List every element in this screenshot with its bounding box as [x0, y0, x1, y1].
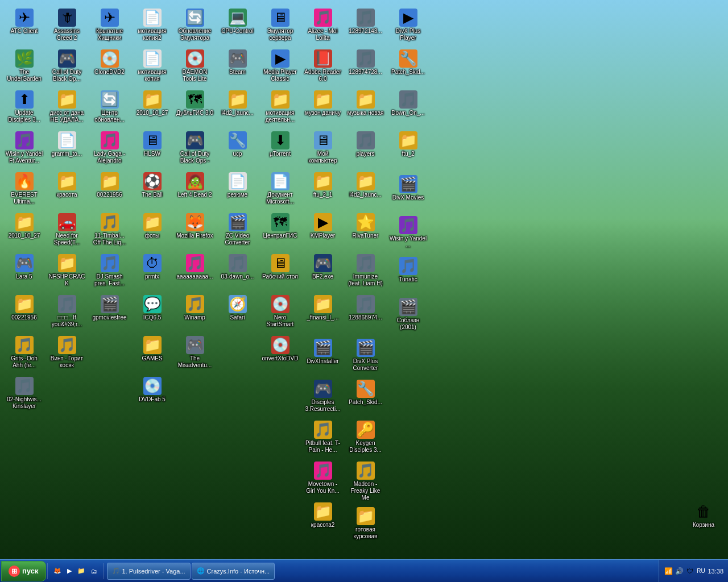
desktop-icon-59[interactable]: 📄Документ Microsoft... [260, 170, 300, 210]
desktop-icon-84[interactable]: 🎵128868974... [346, 293, 386, 332]
desktop-icon-64[interactable]: 🎵Alizee - Moi Lolita [303, 6, 343, 46]
start-button[interactable]: ⊞ пуск [1, 561, 46, 581]
desktop-icon-30[interactable]: 📁2010_10_27 [133, 88, 172, 128]
desktop-icon-88[interactable]: 🎵Madcon - Freaky Like Me [346, 459, 386, 504]
desktop-icon-74[interactable]: 🎵Pitbull feat. T-Pain - He... [303, 418, 343, 458]
desktop-icon-6[interactable]: 📁2010_10_27 [5, 211, 44, 251]
desktop-icon-54[interactable]: 🧭Safari [218, 293, 258, 332]
desktop-icon-87[interactable]: 🔑Keygen Disciples 3... [346, 418, 386, 458]
desktop-icon-42[interactable]: 🧟Left 4 Dead 2 [175, 170, 215, 210]
recycle-bin[interactable]: 🗑 Корзина [690, 500, 717, 531]
desktop-icon-40[interactable]: 🗺ДубльГИС 3.0 [175, 88, 215, 128]
desktop-icon-21[interactable]: 💿CloneDVD2 [90, 47, 130, 87]
desktop-icon-3[interactable]: ⬆Update Disciples 3... [5, 88, 44, 128]
desktop-icon-92[interactable]: 🎵Down_On_... [388, 88, 428, 128]
desktop-icon-58[interactable]: ⬇µTorrent [260, 129, 300, 169]
desktop-icon-22[interactable]: 🔄Центр обновлен... [90, 88, 130, 128]
clock[interactable]: 13:38 [708, 568, 723, 575]
desktop-icon-28[interactable]: 📄мотивация копия2 [133, 6, 172, 46]
desktop-icon-19[interactable]: 🎵Винт - Горит косяк [47, 334, 87, 373]
desktop-icon-41[interactable]: 🎮Call of Duty Black Ops - [175, 129, 215, 169]
desktop-icon-90[interactable]: ▶DivX Plus Player [388, 6, 428, 46]
desktop-icon-89[interactable]: 📁готовая курсовая [346, 505, 386, 544]
desktop-icon-72[interactable]: 🎬DivXInstaller [303, 336, 343, 376]
desktop-icon-51[interactable]: 📄резюме [218, 170, 258, 210]
quick-launch-media[interactable]: ▶ [65, 563, 74, 580]
desktop-icon-97[interactable]: 🎬Соблазн (2001) [388, 296, 428, 335]
tray-volume-icon[interactable]: 🔊 [675, 567, 684, 576]
taskbar-item-pulsedriver[interactable]: 🎵 1. Pulsedriver - Vaga... [107, 563, 191, 580]
desktop-icon-10[interactable]: 🎵02-Nightwis... Kinslayer [5, 375, 44, 414]
desktop-icon-73[interactable]: 🎮Disciples 3.Resurrecti... [303, 377, 343, 417]
desktop-icon-43[interactable]: 🦊Mozilla Firefox [175, 211, 215, 251]
desktop-icon-35[interactable]: 💬ICQ6.5 [133, 293, 172, 332]
desktop-icon-78[interactable]: 🎵128974728... [346, 47, 386, 87]
desktop-icon-26[interactable]: 🎵DJ Smash pres. Fast... [90, 252, 130, 292]
desktop-icon-36[interactable]: 📁GAMES [133, 334, 172, 373]
desktop-icon-15[interactable]: 📁красота [47, 170, 87, 210]
desktop-icon-7[interactable]: 🎮Lara 5 [5, 252, 44, 292]
desktop-icon-4[interactable]: 🎵Wisin y Yandel Ft Aventur... [5, 129, 44, 169]
desktop-icon-46[interactable]: 🎮The Misadventu... [175, 334, 215, 373]
desktop-icon-52[interactable]: 🎬ZC Video Converter [218, 211, 258, 251]
desktop-icon-96[interactable]: 🎵Tunatic [388, 255, 428, 294]
desktop-icon-82[interactable]: ⭐RivaTuner [346, 211, 386, 251]
desktop-icon-32[interactable]: ⚽The Ball [133, 170, 172, 210]
desktop-icon-80[interactable]: 🎵players [346, 129, 386, 169]
desktop-icon-70[interactable]: 🎮BF2.exe [303, 252, 343, 292]
desktop-icon-9[interactable]: 🎵Grits--Ooh Ahh (fe... [5, 334, 44, 373]
desktop-icon-13[interactable]: 📁дисс от дана НЕ УДАЛА... [47, 88, 87, 128]
desktop-icon-39[interactable]: 💿DAEMON Tools Lite [175, 47, 215, 87]
taskbar-item-crazys[interactable]: 🌐 Crazys.Info - Источн... [192, 563, 275, 580]
desktop-icon-38[interactable]: 🔄Обновление Эмулятора [175, 6, 215, 46]
desktop-icon-81[interactable]: 📁l4d2_launc... [346, 170, 386, 210]
quick-launch-explore[interactable]: 🗂 [89, 563, 100, 580]
desktop-icon-17[interactable]: 📁NFSHP.CRACK [47, 252, 87, 292]
desktop-icon-55[interactable]: 🖥Эмулятор сервера [260, 6, 300, 46]
desktop-icon-65[interactable]: 📕Adobe Reader 6.0 [303, 47, 343, 87]
desktop-icon-33[interactable]: 📁фоты [133, 211, 172, 251]
desktop-icon-11[interactable]: 🗡Assassins Creed 2 [47, 6, 87, 46]
desktop-icon-56[interactable]: ▶Media Player Classic [260, 47, 300, 87]
desktop-icon-44[interactable]: 🎵аааааааааа... [175, 252, 215, 292]
desktop-icon-53[interactable]: 🎵03-dawn_o... [218, 252, 258, 292]
desktop-icon-67[interactable]: 🖥Мой компьютер [303, 129, 343, 169]
desktop-icon-68[interactable]: 📁ftu_2_1 [303, 170, 343, 210]
desktop-icon-31[interactable]: 🖥HLSW [133, 129, 172, 169]
desktop-icon-20[interactable]: ✈Крылатые Хищники [90, 6, 130, 46]
desktop-icon-18[interactable]: 🎵□□□ - If you&#39;r... [47, 293, 87, 332]
desktop-icon-48[interactable]: 🎮Steam [218, 47, 258, 87]
desktop-icon-63[interactable]: 💿onvertXtoDVD [260, 334, 300, 373]
desktop-icon-50[interactable]: 🔧ucp [218, 129, 258, 169]
desktop-icon-95[interactable]: 🎵Wisin y Yandel ... [388, 214, 428, 253]
desktop-icon-14[interactable]: 📄gramm_to... [47, 129, 87, 169]
desktop-icon-66[interactable]: 📁музон даничу [303, 88, 343, 128]
desktop-icon-86[interactable]: 🔧Patch_Skid... [346, 377, 386, 417]
desktop-icon-5[interactable]: 🔥EVEREST Ultima... [5, 170, 44, 210]
desktop-icon-45[interactable]: 🎵Winamp [175, 293, 215, 332]
desktop-icon-62[interactable]: 💿Nero StartSmart [260, 293, 300, 332]
desktop-icon-37[interactable]: 💿DVDFab 5 [133, 375, 172, 414]
desktop-icon-83[interactable]: 🎵Immunize (feat. Liam H) [346, 252, 386, 292]
desktop-icon-71[interactable]: 📁_finansi_l_... [303, 293, 343, 332]
desktop-icon-1[interactable]: ✈ATC Client [5, 6, 44, 46]
quick-launch-firefox[interactable]: 🦊 [51, 563, 64, 580]
desktop-icon-24[interactable]: 📁00221956 [90, 170, 130, 210]
desktop-icon-76[interactable]: 📁красота2 [303, 500, 343, 540]
desktop-icon-61[interactable]: 🖥Рабочий стол [260, 252, 300, 292]
desktop-icon-79[interactable]: 📁музыка новая [346, 88, 386, 128]
desktop-icon-77[interactable]: 🎵128972143... [346, 6, 386, 46]
desktop-icon-69[interactable]: ▶KMPlayer [303, 211, 343, 251]
desktop-icon-91[interactable]: 🔧Patch_Skid... [388, 47, 428, 87]
desktop-icon-34[interactable]: ⏱prmtx [133, 252, 172, 292]
tray-network-icon[interactable]: 📶 [664, 567, 673, 576]
desktop-icon-60[interactable]: 🗺ЦентралГИС [260, 211, 300, 251]
desktop-icon-85[interactable]: 🎬DivX Plus Converter [346, 336, 386, 376]
desktop-icon-16[interactable]: 🚗Need for Speed(T... [47, 211, 87, 251]
desktop-icon-2[interactable]: 🌿The UnderGarden [5, 47, 44, 87]
desktop-icon-25[interactable]: 🎵11-Timbal... Off The Liq... [90, 211, 130, 251]
desktop-icon-23[interactable]: 🎵Lady Gaga - Alejandro [90, 129, 130, 169]
desktop-icon-27[interactable]: 🎬gpmoviesfree [90, 293, 130, 332]
desktop-icon-47[interactable]: 💻CPU-Control [218, 6, 258, 46]
desktop-icon-75[interactable]: 🎵Movetown - Girl You Kn... [303, 459, 343, 499]
